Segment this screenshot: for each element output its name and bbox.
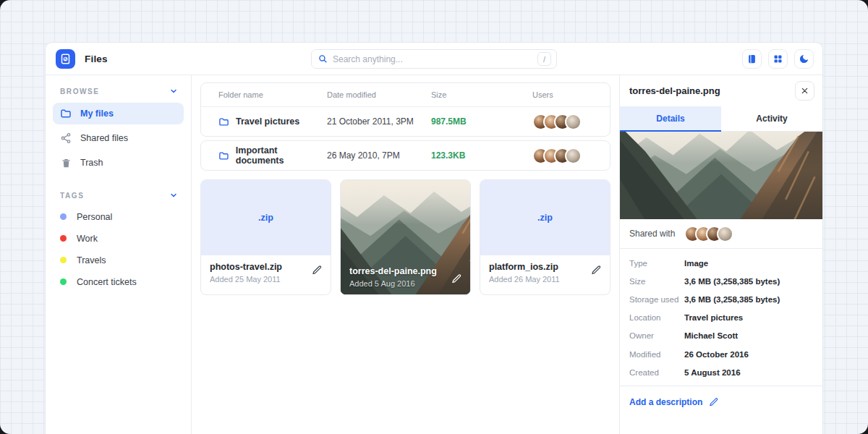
book-icon (746, 54, 757, 64)
shared-with-avatars[interactable] (684, 226, 733, 242)
meta-label: Type (629, 259, 684, 268)
sidebar-item-label: My files (80, 109, 114, 119)
dark-mode-toggle[interactable] (794, 49, 814, 69)
table-row[interactable]: Important documents 26 May 2010, 7PM 123… (201, 141, 610, 170)
avatar (565, 148, 582, 164)
shared-with-row: Shared with (620, 219, 822, 249)
search-input[interactable] (333, 54, 537, 64)
topbar: Files / (46, 43, 822, 75)
tag-color-dot (60, 257, 67, 263)
meta-row-modified: Modified 26 October 2016 (629, 345, 813, 363)
meta-row-location: Location Travel pictures (629, 309, 813, 327)
apps-grid-button[interactable] (768, 49, 788, 69)
pencil-icon (451, 273, 462, 284)
folder-size: 123.3KB (431, 150, 532, 161)
sidebar-item-my-files[interactable]: My files (53, 103, 184, 124)
search-bar[interactable]: / (311, 49, 557, 69)
meta-label: Owner (629, 331, 684, 340)
file-cards: .zip photos-travel.zip Added 25 May 2011 (200, 179, 610, 295)
meta-value: 5 August 2016 (684, 368, 741, 377)
tag-label: Personal (77, 212, 112, 222)
zip-badge: .zip (258, 213, 273, 223)
tag-travels[interactable]: Travels (53, 250, 184, 270)
meta-row-created: Created 5 August 2016 (629, 363, 813, 381)
table-row[interactable]: Travel pictures 21 October 2011, 3PM 987… (201, 107, 610, 136)
browse-section-header[interactable]: BROWSE (53, 85, 184, 97)
meta-value: 26 October 2016 (684, 350, 749, 359)
shared-with-label: Shared with (629, 229, 675, 239)
details-file-title: torres-del-paine.png (629, 85, 720, 96)
file-added-date: Added 25 May 2011 (210, 275, 322, 284)
chevron-down-icon[interactable] (169, 191, 178, 200)
meta-row-size: Size 3,6 MB (3,258,385 bytes) (629, 272, 813, 290)
file-card-platform-ios-zip[interactable]: .zip platform_ios.zip Added 26 May 2011 (480, 179, 610, 295)
sidebar-item-label: Shared files (80, 133, 128, 143)
file-added-date: Added 26 May 2011 (489, 275, 601, 284)
avatar (565, 114, 582, 130)
main-content: Folder name Date modified Size Users Tra… (192, 75, 619, 434)
date-modified: 26 May 2010, 7PM (327, 150, 431, 161)
tag-concert-tickets[interactable]: Concert tickets (53, 272, 184, 292)
zip-preview-zone: .zip (201, 180, 331, 255)
folder-users-avatars (532, 148, 610, 164)
folder-icon (218, 116, 229, 127)
details-tabs: Details Activity (620, 106, 822, 132)
column-header-folder-name: Folder name (218, 90, 327, 99)
tag-label: Concert tickets (77, 277, 137, 287)
document-search-icon (60, 54, 71, 64)
sidebar-item-label: Trash (80, 158, 103, 168)
meta-value: Michael Scott (684, 331, 738, 340)
folder-users-avatars (532, 114, 610, 130)
tag-label: Work (77, 234, 98, 244)
tag-personal[interactable]: Personal (53, 207, 184, 226)
add-description-button[interactable]: Add a description (620, 386, 822, 418)
folder-icon (218, 150, 229, 161)
date-modified: 21 October 2011, 3PM (327, 116, 431, 127)
meta-label: Created (629, 368, 684, 377)
sidebar-item-shared-files[interactable]: Shared files (53, 127, 184, 149)
folder-name: Important documents (236, 145, 327, 166)
folder-table: Folder name Date modified Size Users Tra… (200, 82, 610, 137)
meta-row-type: Type Image (629, 254, 813, 272)
tag-work[interactable]: Work (53, 229, 184, 248)
browse-section-label: BROWSE (60, 88, 100, 95)
meta-row-owner: Owner Michael Scott (629, 327, 813, 345)
pencil-icon (709, 397, 719, 407)
moon-icon (799, 54, 809, 64)
sidebar: BROWSE My files Shared files (46, 75, 192, 434)
rename-button[interactable] (451, 273, 462, 284)
file-name: platform_ios.zip (489, 262, 601, 272)
add-description-label: Add a description (629, 397, 702, 407)
file-added-date: Added 5 Aug 2016 (349, 279, 441, 288)
meta-label: Storage used (629, 295, 684, 304)
sidebar-item-trash[interactable]: Trash (53, 152, 184, 174)
grid-icon (773, 54, 783, 64)
close-icon (801, 87, 809, 95)
meta-label: Location (629, 313, 684, 322)
image-preview (620, 132, 822, 219)
meta-label: Size (629, 277, 684, 286)
file-card-torres-del-paine[interactable]: torres-del-paine.png Added 5 Aug 2016 (340, 179, 471, 295)
rename-button[interactable] (312, 265, 323, 276)
pencil-icon (312, 265, 323, 276)
meta-row-storage-used: Storage used 3,6 MB (3,258,385 bytes) (629, 290, 813, 308)
tab-details[interactable]: Details (620, 106, 721, 132)
pencil-icon (591, 265, 602, 276)
app-logo-icon[interactable] (56, 49, 75, 69)
tag-color-dot (60, 235, 67, 242)
close-panel-button[interactable] (795, 81, 814, 101)
search-shortcut-key: / (537, 52, 551, 66)
files-app-window: Files / (45, 42, 823, 434)
library-button[interactable] (742, 49, 762, 69)
topbar-actions (742, 49, 814, 69)
meta-label: Modified (629, 350, 684, 359)
details-panel: torres-del-paine.png Details Activity Sh… (619, 75, 822, 434)
file-card-photos-travel-zip[interactable]: .zip photos-travel.zip Added 25 May 2011 (200, 179, 331, 295)
tags-section-header[interactable]: TAGS (53, 190, 184, 201)
tags-section-label: TAGS (60, 192, 84, 200)
chevron-down-icon[interactable] (169, 87, 178, 95)
app-body: BROWSE My files Shared files (46, 75, 822, 434)
tab-activity[interactable]: Activity (721, 106, 822, 132)
details-panel-header: torres-del-paine.png (620, 75, 822, 106)
rename-button[interactable] (591, 265, 602, 276)
